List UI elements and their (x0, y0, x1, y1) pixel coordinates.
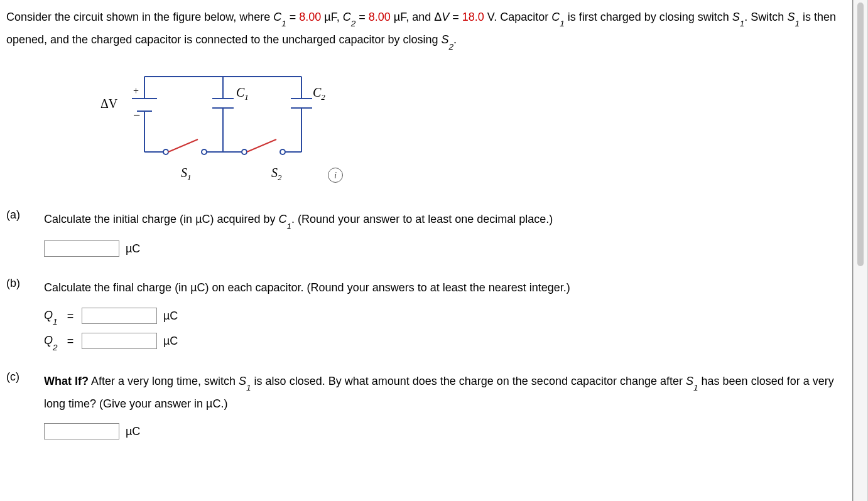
plus-label: + (133, 85, 139, 96)
circuit-figure: ΔV + − C1 C2 S1 S2 i (88, 64, 352, 190)
c1-symbol-b: C1 (551, 11, 565, 23)
scrollbar-track[interactable] (853, 0, 868, 501)
dv-label: ΔV (100, 97, 118, 110)
part-b-label: (b) (6, 277, 44, 353)
part-a-text: Calculate the initial charge (in µC) acq… (44, 213, 279, 225)
svg-line-15 (168, 139, 198, 152)
q1-symbol: Q1 (44, 304, 59, 327)
c1-symbol: C1 (273, 11, 286, 23)
svg-line-20 (247, 139, 276, 152)
part-b: (b) Calculate the final charge (in µC) o… (6, 277, 840, 353)
part-b-text: Calculate the final charge (in µC) on ea… (44, 277, 840, 298)
intro-text: Consider the circuit shown in the figure… (6, 11, 273, 23)
answer-a-input[interactable] (44, 240, 119, 257)
unit-a: µC (126, 238, 140, 259)
s1-symbol: S1 (732, 11, 745, 23)
s1-symbol-b: S1 (787, 11, 800, 23)
dv-value: 18.0 (462, 11, 484, 23)
answer-c-input[interactable] (44, 423, 119, 439)
s2-fig-label: S2 (271, 166, 282, 182)
c2-fig-label: C2 (313, 85, 325, 102)
svg-point-19 (242, 149, 247, 154)
svg-point-16 (202, 149, 207, 154)
c1-fig-label: C1 (236, 85, 249, 102)
c2-symbol: C2 (343, 11, 356, 23)
answer-q2-input[interactable] (82, 333, 157, 349)
part-c: (c) What If? After a very long time, swi… (6, 370, 840, 443)
question-content: { "intro": { "pre": "Consider the circui… (0, 0, 853, 501)
c2-value: 8.00 (369, 11, 391, 23)
part-a: (a) Calculate the initial charge (in µC)… (6, 208, 840, 259)
part-a-label: (a) (6, 208, 44, 259)
info-icon[interactable]: i (328, 168, 343, 183)
svg-point-14 (163, 149, 168, 154)
svg-point-21 (280, 149, 285, 154)
c1-value: 8.00 (299, 11, 321, 23)
v-symbol: V (442, 11, 449, 23)
s2-symbol: S2 (441, 33, 453, 46)
unit-q2: µC (163, 330, 178, 352)
minus-label: − (133, 108, 140, 122)
unit-q1: µC (163, 305, 178, 326)
answer-q1-input[interactable] (82, 308, 157, 324)
part-c-label: (c) (6, 370, 44, 443)
what-if-label: What If? (44, 375, 89, 387)
problem-statement: Consider the circuit shown in the figure… (6, 6, 840, 51)
s1-fig-label: S1 (181, 166, 192, 182)
scrollbar-thumb[interactable] (857, 3, 864, 266)
q2-symbol: Q2 (44, 330, 59, 352)
unit-c: µC (126, 421, 140, 442)
